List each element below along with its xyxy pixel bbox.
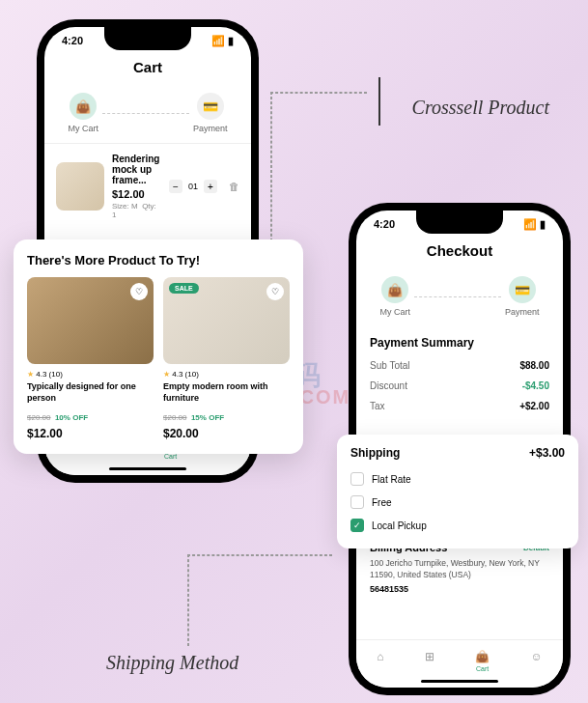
qty-minus-button[interactable]: − [169,180,182,193]
progress-stepper: 👜My Cart 💳Payment [44,83,251,143]
step-connector [102,113,189,114]
page-title: Checkout [356,235,563,267]
bag-icon: 👜 [70,93,97,120]
nav-grid[interactable]: ⊞ [425,650,434,672]
progress-stepper: 👜My Cart 💳Payment [356,267,563,326]
checkbox-icon [350,495,364,509]
summary-row: Sub Total$88.00 [356,355,563,376]
product-price: $12.00 [27,427,154,440]
connector-line [270,92,272,246]
status-icons: 📶▮ [523,218,546,231]
heart-icon[interactable]: ♡ [130,283,148,300]
heart-icon[interactable]: ♡ [266,283,284,300]
shipping-option[interactable]: Flat Rate [350,467,565,491]
crosssell-title: There's More Product To Try! [27,253,290,267]
annotation-crosssell: Crosssell Product [412,97,549,119]
cart-item[interactable]: Rendering mock up frame... $12.00 Size: … [44,143,251,229]
summary-row: Discount-$4.50 [356,376,563,396]
summary-title: Payment Summary [356,326,563,355]
product-card[interactable]: SALE♡ ★ 4.3 (10) Empty modern room with … [163,277,290,440]
bag-icon: 👜 [381,276,408,303]
annotation-shipping: Shipping Method [106,652,238,674]
checkbox-checked-icon: ✓ [350,519,364,532]
phone-notch [104,27,191,50]
qty-value: 01 [188,182,198,191]
grid-icon: ⊞ [425,650,434,663]
home-indicator [421,680,498,683]
item-price: $12.00 [112,188,161,200]
product-name: Typically designed for one person [27,381,154,404]
nav-cart[interactable]: 👜Cart [475,650,490,672]
connector-line [187,554,332,556]
step-payment[interactable]: 💳Payment [193,93,228,133]
step-payment[interactable]: 💳Payment [505,276,540,317]
page-title: Cart [44,51,251,83]
product-price: $20.00 [163,427,290,440]
status-time: 4:20 [374,218,395,231]
nav-profile[interactable]: ☺ [531,650,543,672]
step-cart[interactable]: 👜My Cart [68,93,98,133]
sale-badge: SALE [169,283,199,294]
item-name: Rendering mock up frame... [112,154,161,185]
product-rating: ★ 4.3 (10) [163,370,290,379]
summary-row: Tax+$2.00 [356,396,563,416]
product-image [56,162,104,211]
bag-icon: 👜 [475,650,490,663]
checkbox-icon [350,472,364,486]
billing-phone: 56481535 [370,584,549,594]
home-icon: ⌂ [377,650,383,663]
product-card[interactable]: ♡ ★ 4.3 (10) Typically designed for one … [27,277,154,440]
status-time: 4:20 [62,35,83,47]
card-icon: 💳 [197,93,224,120]
step-cart[interactable]: 👜My Cart [379,276,410,317]
step-connector [414,296,501,297]
home-indicator [109,467,186,470]
connector-line [187,554,189,646]
delete-icon[interactable]: 🗑 [229,181,239,192]
product-name: Empty modern room with furniture [163,381,290,404]
billing-address: 100 Jericho Turnpike, Westbury, New York… [370,558,549,581]
user-icon: ☺ [531,650,543,663]
nav-home[interactable]: ⌂ [377,650,383,672]
qty-plus-button[interactable]: + [204,180,217,193]
status-icons: 📶▮ [211,35,234,47]
shipping-option[interactable]: Free [350,491,565,514]
connector-line [270,92,367,94]
crosssell-card: There's More Product To Try! ♡ ★ 4.3 (10… [14,239,303,454]
shipping-title: Shipping [350,446,400,460]
product-rating: ★ 4.3 (10) [27,370,154,379]
shipping-card: Shipping+$3.00 Flat Rate Free ✓Local Pic… [337,435,578,548]
product-image: SALE♡ [163,277,290,364]
annotation-divider [378,77,380,126]
phone-notch [416,211,503,234]
product-image: ♡ [27,277,154,364]
shipping-option[interactable]: ✓Local Pickup [350,514,565,537]
shipping-amount: +$3.00 [529,446,565,460]
card-icon: 💳 [509,276,536,303]
